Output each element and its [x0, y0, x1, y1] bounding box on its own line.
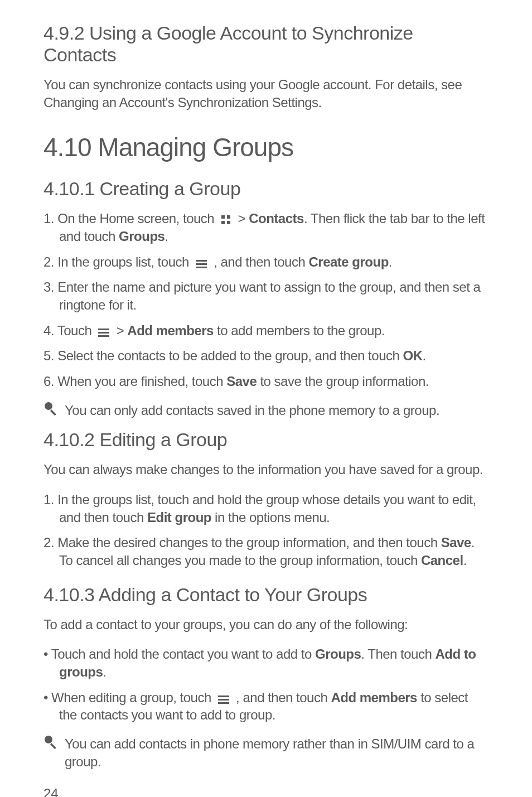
text: in the options menu.: [211, 510, 330, 525]
bold-text: Add members: [127, 323, 214, 338]
text: , and then touch: [214, 254, 308, 269]
text: >: [238, 211, 249, 226]
text: . Then touch: [361, 646, 435, 661]
svg-rect-1: [227, 215, 230, 219]
text: 4. Touch: [43, 323, 95, 338]
note-4-10-3: You can add contacts in phone memory rat…: [43, 735, 489, 770]
svg-point-10: [45, 402, 52, 410]
bold-text: Add members: [331, 690, 417, 705]
step-4-10-1-1: 1. On the Home screen, touch > Contacts.…: [43, 210, 489, 245]
menu-icon: [218, 695, 229, 704]
document-page: 4.9.2 Using a Google Account to Synchron…: [0, 0, 532, 797]
bullet-4-10-3-2: • When editing a group, touch , and then…: [43, 689, 489, 724]
svg-rect-11: [218, 695, 229, 697]
text: .: [423, 348, 426, 363]
svg-rect-9: [98, 335, 109, 337]
tip-icon: [43, 402, 58, 416]
step-4-10-2-2: 2. Make the desired changes to the group…: [43, 534, 489, 569]
tip-icon: [43, 735, 58, 750]
heading-4-10-2: 4.10.2 Editing a Group: [43, 429, 489, 451]
menu-icon: [196, 259, 207, 268]
bold-text: Edit group: [147, 510, 211, 525]
svg-rect-0: [221, 215, 225, 219]
svg-rect-5: [196, 263, 207, 265]
svg-rect-12: [218, 699, 229, 701]
text: • When editing a group, touch: [43, 690, 215, 705]
step-4-10-1-4: 4. Touch > Add members to add members to…: [43, 322, 489, 340]
text: .: [103, 664, 106, 679]
svg-rect-7: [98, 329, 109, 330]
text: >: [117, 323, 128, 338]
bold-text: Save: [441, 535, 471, 550]
text: .: [389, 254, 392, 269]
body-4-10-3: To add a contact to your groups, you can…: [43, 616, 489, 634]
text: • Touch and hold the contact you want to…: [43, 646, 315, 661]
bold-text: Create group: [308, 254, 388, 269]
svg-rect-8: [98, 332, 109, 334]
text: .: [463, 553, 467, 568]
bold-text: Save: [226, 374, 257, 389]
body-4-9-2: You can synchronize contacts using your …: [43, 76, 489, 111]
page-number: 24: [43, 786, 489, 797]
text: 2. In the groups list, touch: [43, 254, 192, 269]
heading-4-9-2: 4.9.2 Using a Google Account to Synchron…: [43, 22, 489, 66]
text: 6. When you are finished, touch: [43, 374, 226, 389]
bullet-4-10-3-1: • Touch and hold the contact you want to…: [43, 645, 489, 680]
step-4-10-1-6: 6. When you are finished, touch Save to …: [43, 373, 489, 390]
step-4-10-1-3: 3. Enter the name and picture you want t…: [43, 278, 489, 313]
heading-4-10: 4.10 Managing Groups: [43, 132, 489, 162]
bold-text: Cancel: [421, 553, 463, 568]
note-text: You can add contacts in phone memory rat…: [65, 735, 489, 770]
text: , and then touch: [236, 690, 331, 705]
svg-point-14: [45, 736, 52, 743]
text: 2. Make the desired changes to the group…: [43, 535, 441, 550]
svg-rect-2: [221, 221, 225, 224]
bold-text: OK: [403, 348, 423, 363]
step-4-10-1-2: 2. In the groups list, touch , and then …: [43, 253, 489, 271]
menu-icon: [98, 328, 109, 337]
text: 5. Select the contacts to be added to th…: [43, 348, 403, 363]
note-text: You can only add contacts saved in the p…: [65, 402, 439, 419]
bold-text: Groups: [119, 229, 165, 244]
text: to add members to the group.: [214, 323, 385, 338]
bold-text: Contacts: [249, 211, 304, 226]
heading-4-10-1: 4.10.1 Creating a Group: [43, 178, 489, 200]
step-4-10-2-1: 1. In the groups list, touch and hold th…: [43, 491, 489, 526]
svg-rect-13: [218, 702, 229, 704]
text: 1. On the Home screen, touch: [43, 211, 217, 226]
svg-rect-4: [196, 260, 207, 262]
text: to save the group information.: [257, 374, 429, 389]
text: .: [165, 229, 168, 244]
body-4-10-2: You can always make changes to the infor…: [43, 461, 489, 479]
note-4-10-1: You can only add contacts saved in the p…: [43, 402, 489, 419]
step-4-10-1-5: 5. Select the contacts to be added to th…: [43, 347, 489, 365]
bold-text: Groups: [315, 646, 361, 661]
svg-rect-6: [196, 267, 207, 268]
apps-grid-icon: [221, 215, 231, 225]
heading-4-10-3: 4.10.3 Adding a Contact to Your Groups: [43, 584, 489, 606]
svg-rect-3: [227, 221, 230, 224]
